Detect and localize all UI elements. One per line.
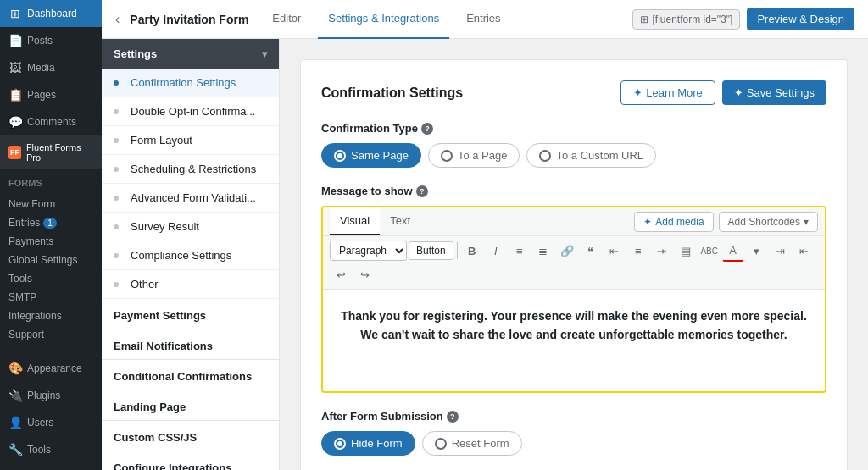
appearance-icon: 🎨 — [8, 362, 22, 375]
shortcodes-chevron-icon: ▾ — [804, 216, 809, 228]
editor-tabs: Visual Text — [330, 207, 420, 235]
sidebar-item-tools-bottom[interactable]: 🔧 Tools — [0, 436, 102, 463]
toolbar-align-left-button[interactable]: ⇤ — [604, 240, 626, 262]
toolbar-undo-button[interactable]: ↩ — [330, 263, 352, 285]
toolbar-link-button[interactable]: 🔗 — [556, 240, 578, 262]
dashboard-icon: ⊞ — [8, 7, 22, 20]
sidebar-section-payment-settings[interactable]: Payment Settings — [102, 299, 279, 329]
sidebar-item-fluent-forms[interactable]: FF Fluent Forms Pro — [0, 135, 102, 169]
toolbar-align-center-button[interactable]: ≡ — [627, 240, 649, 262]
sidebar-nav-confirmation-settings[interactable]: Confirmation Settings — [102, 69, 279, 97]
sidebar-item-integrations[interactable]: Integrations — [8, 307, 93, 325]
toolbar-outdent-button[interactable]: ⇤ — [793, 240, 815, 262]
sidebar-nav-survey-result[interactable]: Survey Result — [102, 213, 279, 241]
learn-more-button[interactable]: ✦ Learn More — [620, 80, 715, 105]
editor-toolbar: Paragraph Button B I ≡ ≣ 🔗 ❝ ⇤ ≡ ⇥ ▤ — [323, 236, 825, 290]
editor-tab-text[interactable]: Text — [380, 207, 420, 235]
top-bar-right: ⊞ [fluentform id="3"] Preview & Design — [632, 8, 854, 30]
sidebar-item-appearance[interactable]: 🎨 Appearance — [0, 355, 102, 382]
sidebar-section-custom-css[interactable]: Custom CSS/JS — [102, 421, 279, 451]
tab-entries[interactable]: Entries — [456, 0, 510, 39]
confirmation-type-help-icon[interactable]: ? — [421, 123, 433, 135]
sidebar-item-dashboard[interactable]: ⊞ Dashboard — [0, 0, 102, 27]
custom-url-radio-dot — [539, 150, 551, 162]
editor-content[interactable]: Thank you for registering. Your presence… — [323, 290, 825, 391]
paragraph-select[interactable]: Paragraph — [330, 241, 407, 261]
sidebar-section-configure-integrations[interactable]: Configure Integrations — [102, 451, 279, 470]
confirmation-type-to-page[interactable]: To a Page — [428, 143, 520, 168]
form-title: Party Invitation Form — [130, 13, 248, 26]
toolbar-more-button[interactable]: ▾ — [746, 240, 768, 262]
sidebar-item-plugins[interactable]: 🔌 Plugins — [0, 382, 102, 409]
sidebar-nav-form-layout[interactable]: Form Layout — [102, 126, 279, 155]
toolbar-align-right-button[interactable]: ⇥ — [651, 240, 673, 262]
media-icon: 🖼 — [8, 61, 22, 75]
shortcode-tag[interactable]: ⊞ [fluentform id="3"] — [632, 9, 740, 30]
after-submission-help-icon[interactable]: ? — [447, 411, 459, 423]
content-area: Settings ▾ Confirmation Settings Double … — [102, 39, 868, 470]
toolbar-quote-button[interactable]: ❝ — [580, 240, 602, 262]
editor-tab-actions: ✦ Add media Add Shortcodes ▾ — [634, 212, 818, 232]
main-panel: Confirmation Settings ✦ Learn More ✦ Sav… — [280, 39, 868, 470]
sidebar-nav-advanced-validation[interactable]: Advanced Form Validati... — [102, 184, 279, 213]
settings-chevron-icon: ▾ — [262, 48, 267, 60]
toolbar-redo-button[interactable]: ↪ — [353, 263, 376, 285]
plugins-icon: 🔌 — [8, 389, 22, 402]
save-settings-button[interactable]: ✦ Save Settings — [722, 80, 826, 105]
sidebar-item-global-settings[interactable]: Global Settings — [8, 251, 93, 269]
add-shortcodes-button[interactable]: Add Shortcodes ▾ — [719, 212, 818, 232]
toolbar-ordered-list-button[interactable]: ≡ — [509, 240, 531, 262]
top-bar: ‹ Party Invitation Form Editor Settings … — [102, 0, 868, 39]
reset-form-option[interactable]: Reset Form — [422, 431, 522, 456]
sidebar-nav-double-optin[interactable]: Double Opt-in Confirma... — [102, 97, 279, 126]
tab-editor[interactable]: Editor — [262, 0, 311, 39]
confirmation-type-radio-group: Same Page To a Page To a Custom URL — [321, 143, 826, 168]
settings-sidebar-header[interactable]: Settings ▾ — [102, 39, 279, 69]
confirmation-settings-title-row: Confirmation Settings ✦ Learn More ✦ Sav… — [321, 80, 826, 105]
editor-tab-visual[interactable]: Visual — [330, 207, 380, 235]
toolbar-button-button[interactable]: Button — [409, 241, 453, 260]
confirmation-settings-title: Confirmation Settings — [321, 86, 463, 101]
toolbar-text-color-button[interactable]: A — [722, 240, 744, 262]
sidebar-item-smtp[interactable]: SMTP — [8, 288, 93, 307]
sidebar-item-users[interactable]: 👤 Users — [0, 409, 102, 436]
sidebar-item-settings[interactable]: ⚙ Settings — [0, 463, 102, 470]
confirmation-type-same-page[interactable]: Same Page — [321, 143, 421, 168]
left-settings-sidebar: Settings ▾ Confirmation Settings Double … — [102, 39, 280, 470]
sidebar-item-new-form[interactable]: New Form — [8, 195, 93, 213]
forms-group: New Form Entries 1 Payments Global Setti… — [0, 191, 102, 347]
toolbar-justify-button[interactable]: ▤ — [675, 240, 697, 262]
back-arrow-icon[interactable]: ‹ — [115, 12, 120, 27]
toolbar-italic-button[interactable]: I — [485, 240, 507, 262]
sidebar-nav-compliance[interactable]: Compliance Settings — [102, 241, 279, 270]
tab-settings-integrations[interactable]: Settings & Integrations — [318, 0, 449, 39]
sidebar-section-email-notifications[interactable]: Email Notifications — [102, 329, 279, 360]
confirmation-type-custom-url[interactable]: To a Custom URL — [526, 143, 656, 168]
sidebar-item-tools[interactable]: Tools — [8, 269, 93, 288]
fluent-forms-icon: FF — [8, 146, 21, 159]
sidebar-item-pages[interactable]: 📋 Pages — [0, 81, 102, 108]
hide-form-option[interactable]: Hide Form — [321, 431, 415, 456]
message-editor-box: Visual Text ✦ Add media — [321, 206, 826, 393]
wp-admin-sidebar: ⊞ Dashboard 📄 Posts 🖼 Media 📋 Pages 💬 Co… — [0, 0, 102, 470]
after-submission-label: After Form Submission ? — [321, 410, 826, 423]
toolbar-strikethrough-button[interactable]: ABC — [698, 240, 721, 262]
toolbar-bold-button[interactable]: B — [461, 240, 483, 262]
sidebar-item-comments[interactable]: 💬 Comments — [0, 108, 102, 135]
sidebar-section-conditional-confirmations[interactable]: Conditional Confirmations — [102, 360, 279, 390]
sidebar-nav-other[interactable]: Other — [102, 270, 279, 299]
toolbar-unordered-list-button[interactable]: ≣ — [532, 240, 554, 262]
add-media-button[interactable]: ✦ Add media — [634, 212, 713, 232]
sidebar-item-payments[interactable]: Payments — [8, 232, 93, 251]
sidebar-item-media[interactable]: 🖼 Media — [0, 54, 102, 81]
sidebar-item-posts[interactable]: 📄 Posts — [0, 27, 102, 54]
message-help-icon[interactable]: ? — [416, 185, 428, 197]
preview-design-button[interactable]: Preview & Design — [747, 8, 854, 30]
sidebar-nav-scheduling[interactable]: Scheduling & Restrictions — [102, 155, 279, 184]
confirmation-type-label: Confirmation Type ? — [321, 122, 826, 135]
sidebar-item-support[interactable]: Support — [8, 325, 93, 344]
learn-more-star-icon: ✦ — [633, 86, 643, 99]
sidebar-item-entries[interactable]: Entries 1 — [8, 213, 93, 232]
sidebar-section-landing-page[interactable]: Landing Page — [102, 390, 279, 421]
toolbar-indent-button[interactable]: ⇥ — [770, 240, 792, 262]
